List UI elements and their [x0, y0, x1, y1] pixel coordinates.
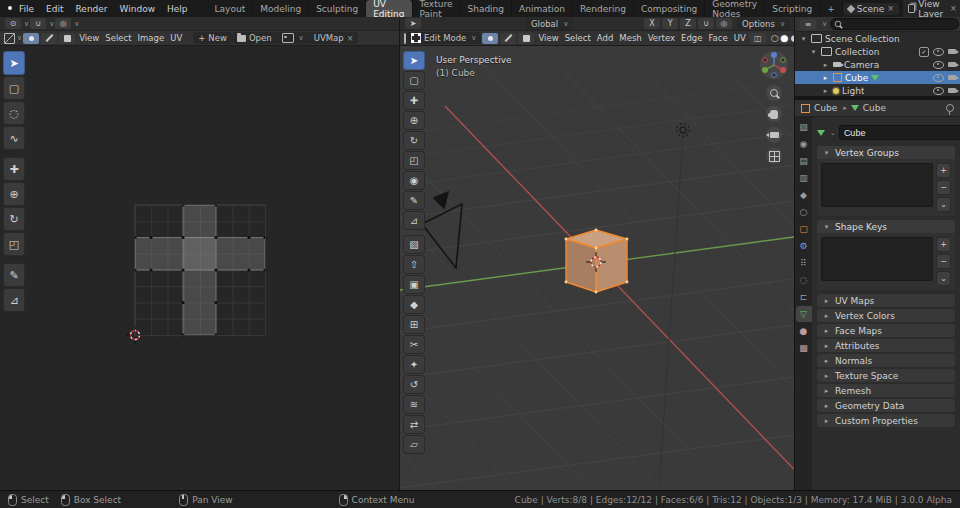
v3d-menu-add[interactable]: Add — [594, 33, 616, 43]
tab-modeling[interactable]: Modeling — [253, 0, 309, 17]
tab-rendering[interactable]: Rendering — [573, 0, 634, 17]
tab-render[interactable]: ◉ — [796, 136, 812, 152]
panel-geometry-data[interactable]: ▸Geometry Data — [817, 399, 955, 412]
v3d-canvas[interactable]: User Perspective (1) Cube ➤ ▢ ✚ ⊕ ↻ ◰ ◉ … — [400, 46, 794, 490]
panel-normals[interactable]: ▸Normals — [817, 354, 955, 367]
tool-scale[interactable]: ◰ — [3, 232, 25, 256]
uv-menu-select[interactable]: Select — [102, 33, 134, 43]
pan-button[interactable] — [766, 106, 782, 122]
scene-selector[interactable]: Scene × — [843, 3, 899, 15]
proportional-toggle[interactable]: ◎ — [716, 18, 732, 29]
panel-custom-properties[interactable]: ▸Custom Properties — [817, 414, 955, 427]
hide-eye-icon[interactable] — [933, 74, 944, 82]
proportional-edit-button[interactable]: ◎ — [55, 18, 71, 29]
zoom-button[interactable] — [766, 85, 782, 101]
outliner-row-cube[interactable]: ▸ Cube — [795, 71, 960, 84]
vertex-groups-list[interactable] — [821, 163, 933, 207]
v3d-menu-uv[interactable]: UV — [731, 33, 749, 43]
exclude-checkbox[interactable]: ✓ — [919, 47, 929, 57]
tab-world[interactable]: ○ — [796, 204, 812, 220]
view-layer-remove-icon[interactable]: × — [950, 4, 957, 13]
v3d-menu-vertex[interactable]: Vertex — [645, 33, 678, 43]
tool-move[interactable]: ⊕ — [403, 111, 425, 130]
menu-file[interactable]: File — [13, 4, 40, 14]
tool-cursor[interactable]: ✚ — [403, 91, 425, 110]
uv-menu-uv[interactable]: UV — [167, 33, 185, 43]
hide-eye-icon[interactable] — [933, 48, 944, 56]
tab-particles[interactable]: ⠿ — [796, 255, 812, 271]
render-disable-icon[interactable] — [948, 88, 956, 93]
image-new-button[interactable]: + New — [193, 32, 232, 44]
tab-modifiers[interactable]: ⚙ — [796, 238, 812, 254]
ortho-toggle-button[interactable] — [766, 148, 782, 164]
expand-icon[interactable]: ▸ — [821, 74, 830, 82]
specials-menu-button[interactable]: ⌄ — [936, 197, 951, 212]
tool-extrude[interactable]: ⇧ — [403, 255, 425, 274]
image-open-button[interactable]: Open — [232, 32, 277, 44]
hide-eye-icon[interactable] — [933, 87, 944, 95]
v3d-menu-view[interactable]: View — [535, 33, 561, 43]
tool-inset[interactable]: ▣ — [403, 275, 425, 294]
tab-uv-editing[interactable]: UV Editing — [366, 0, 412, 17]
outliner-row-collection[interactable]: ▾ Collection ✓ — [795, 45, 960, 58]
tool-annotate[interactable]: ✎ — [3, 263, 25, 287]
panel-texture-space[interactable]: ▸Texture Space — [817, 369, 955, 382]
search-input[interactable] — [845, 20, 955, 29]
shading-material[interactable]: ◐ — [790, 33, 794, 43]
tab-shading[interactable]: Shading — [460, 0, 512, 17]
uv-image-space[interactable] — [135, 205, 265, 335]
panel-uv-maps[interactable]: ▸UV Maps — [817, 294, 955, 307]
vertex-groups-header[interactable]: ▾ Vertex Groups — [817, 146, 955, 159]
tool-transform[interactable]: ◉ — [403, 171, 425, 190]
tab-output[interactable]: ▤ — [796, 153, 812, 169]
outliner-search[interactable] — [830, 18, 959, 30]
tool-bevel[interactable]: ◆ — [403, 295, 425, 314]
tool-poly-build[interactable]: ✦ — [403, 355, 425, 374]
tool-cursor[interactable]: ✚ — [3, 157, 25, 181]
select-mode-face[interactable] — [518, 33, 534, 44]
tab-physics[interactable]: ◌ — [796, 272, 812, 288]
tool-loop-cut[interactable]: ⊞ — [403, 315, 425, 334]
camera-object[interactable] — [422, 192, 462, 268]
display-mode-button[interactable]: ≡ — [800, 19, 816, 30]
outliner-row-light[interactable]: ▸ Light — [795, 84, 960, 97]
menu-help[interactable]: Help — [161, 4, 194, 14]
shading-solid[interactable]: ● — [781, 33, 789, 43]
mode-selector[interactable]: Edit Mode ∨ — [406, 32, 481, 44]
tool-spin[interactable]: ↺ — [403, 375, 425, 394]
uv-menu-view[interactable]: View — [76, 33, 102, 43]
select-mode-vertex[interactable] — [482, 33, 498, 44]
close-icon[interactable]: × — [347, 34, 354, 43]
render-disable-icon[interactable] — [948, 75, 956, 80]
image-browse-button[interactable]: ∨ — [277, 32, 309, 44]
hide-eye-icon[interactable] — [933, 61, 944, 69]
remove-button[interactable]: − — [936, 254, 951, 269]
v3d-menu-face[interactable]: Face — [705, 33, 730, 43]
uv-island[interactable] — [135, 205, 265, 335]
uv-select-mode-edge[interactable] — [41, 33, 57, 44]
expand-icon[interactable]: ▾ — [799, 35, 808, 43]
tool-scale[interactable]: ◰ — [403, 151, 425, 170]
xray-toggle[interactable]: ◫ — [750, 33, 766, 44]
menu-window[interactable]: Window — [114, 4, 162, 14]
tab-constraints[interactable]: ⊏ — [796, 289, 812, 305]
uv-select-mode-vertex[interactable] — [23, 33, 39, 44]
pin-icon[interactable] — [946, 104, 954, 112]
add-button[interactable]: + — [936, 163, 951, 178]
expand-icon[interactable]: ▸ — [821, 87, 830, 95]
tool-edge-slide[interactable]: ⇄ — [403, 415, 425, 434]
active-tool-icon[interactable]: ➤ — [405, 18, 421, 29]
shape-keys-list[interactable] — [821, 237, 933, 281]
shape-keys-header[interactable]: ▾ Shape Keys — [817, 220, 955, 233]
tool-measure[interactable]: ⊿ — [3, 288, 25, 312]
tab-view-layer[interactable]: ▥ — [796, 170, 812, 186]
menu-edit[interactable]: Edit — [40, 4, 69, 14]
tab-scene[interactable]: ◆ — [796, 187, 812, 203]
tab-texture[interactable]: ▩ — [796, 340, 812, 356]
tab-material[interactable]: ● — [796, 323, 812, 339]
uv-menu-image[interactable]: Image — [135, 33, 168, 43]
tool-rotate[interactable]: ↻ — [403, 131, 425, 150]
tool-annotate[interactable]: ✎ — [403, 191, 425, 210]
render-disable-icon[interactable] — [948, 49, 956, 54]
remove-button[interactable]: − — [936, 180, 951, 195]
